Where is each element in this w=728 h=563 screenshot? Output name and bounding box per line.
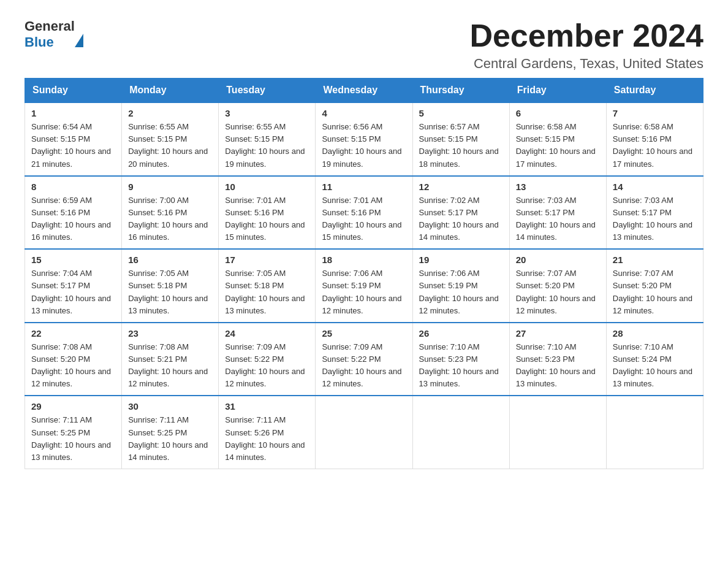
day-info: Sunrise: 6:55 AMSunset: 5:15 PMDaylight:… <box>225 121 309 170</box>
calendar-cell: 18Sunrise: 7:06 AMSunset: 5:19 PMDayligh… <box>316 249 412 323</box>
calendar-week-5: 29Sunrise: 7:11 AMSunset: 5:25 PMDayligh… <box>25 396 703 469</box>
calendar-cell: 7Sunrise: 6:58 AMSunset: 5:16 PMDaylight… <box>606 102 703 176</box>
day-number: 23 <box>128 328 212 339</box>
calendar-cell: 21Sunrise: 7:07 AMSunset: 5:20 PMDayligh… <box>606 249 703 323</box>
calendar-table: SundayMondayTuesdayWednesdayThursdayFrid… <box>25 78 703 469</box>
day-info: Sunrise: 6:54 AMSunset: 5:15 PMDaylight:… <box>31 121 115 170</box>
day-info: Sunrise: 7:04 AMSunset: 5:17 PMDaylight:… <box>31 267 115 317</box>
page-title: December 2024 <box>469 18 703 53</box>
day-info: Sunrise: 7:10 AMSunset: 5:24 PMDaylight:… <box>613 341 697 391</box>
calendar-cell: 2Sunrise: 6:55 AMSunset: 5:15 PMDaylight… <box>122 102 219 176</box>
day-number: 16 <box>128 255 212 265</box>
day-number: 17 <box>225 255 309 265</box>
day-number: 24 <box>225 328 309 339</box>
calendar-cell: 30Sunrise: 7:11 AMSunset: 5:25 PMDayligh… <box>122 396 219 469</box>
calendar-cell: 20Sunrise: 7:07 AMSunset: 5:20 PMDayligh… <box>509 249 606 323</box>
logo-triangle-icon <box>75 18 83 47</box>
calendar-cell: 17Sunrise: 7:05 AMSunset: 5:18 PMDayligh… <box>219 249 316 323</box>
page-subtitle: Central Gardens, Texas, United States <box>469 56 703 72</box>
day-number: 6 <box>516 108 600 118</box>
day-info: Sunrise: 7:08 AMSunset: 5:20 PMDaylight:… <box>31 341 115 391</box>
day-number: 2 <box>128 108 212 118</box>
calendar-cell <box>606 396 703 469</box>
day-number: 3 <box>225 108 309 118</box>
day-info: Sunrise: 7:00 AMSunset: 5:16 PMDaylight:… <box>128 194 212 244</box>
calendar-cell: 9Sunrise: 7:00 AMSunset: 5:16 PMDaylight… <box>122 176 219 250</box>
day-number: 27 <box>516 328 600 339</box>
day-info: Sunrise: 6:59 AMSunset: 5:16 PMDaylight:… <box>31 194 115 244</box>
day-number: 15 <box>31 255 115 265</box>
calendar-cell: 22Sunrise: 7:08 AMSunset: 5:20 PMDayligh… <box>25 323 122 396</box>
day-number: 21 <box>613 255 697 265</box>
calendar-cell: 3Sunrise: 6:55 AMSunset: 5:15 PMDaylight… <box>219 102 316 176</box>
day-number: 31 <box>225 401 309 412</box>
calendar-cell <box>412 396 509 469</box>
day-header-sunday: Sunday <box>25 79 122 103</box>
calendar-cell: 31Sunrise: 7:11 AMSunset: 5:26 PMDayligh… <box>219 396 316 469</box>
day-number: 20 <box>516 255 600 265</box>
day-info: Sunrise: 7:03 AMSunset: 5:17 PMDaylight:… <box>613 194 697 244</box>
day-info: Sunrise: 7:10 AMSunset: 5:23 PMDaylight:… <box>516 341 600 391</box>
calendar-cell: 15Sunrise: 7:04 AMSunset: 5:17 PMDayligh… <box>25 249 122 323</box>
day-header-thursday: Thursday <box>412 79 509 103</box>
day-info: Sunrise: 7:07 AMSunset: 5:20 PMDaylight:… <box>613 267 697 317</box>
logo-blue: Blue <box>25 34 54 50</box>
day-number: 7 <box>613 108 697 118</box>
day-info: Sunrise: 6:58 AMSunset: 5:15 PMDaylight:… <box>516 121 600 170</box>
day-info: Sunrise: 7:06 AMSunset: 5:19 PMDaylight:… <box>419 267 503 317</box>
day-info: Sunrise: 6:57 AMSunset: 5:15 PMDaylight:… <box>419 121 503 170</box>
logo-text: General Blue <box>25 18 83 50</box>
day-number: 14 <box>613 182 697 192</box>
day-number: 9 <box>128 182 212 192</box>
day-info: Sunrise: 7:01 AMSunset: 5:16 PMDaylight:… <box>225 194 309 244</box>
calendar-week-2: 8Sunrise: 6:59 AMSunset: 5:16 PMDaylight… <box>25 176 703 250</box>
calendar-cell: 12Sunrise: 7:02 AMSunset: 5:17 PMDayligh… <box>412 176 509 250</box>
calendar-cell: 4Sunrise: 6:56 AMSunset: 5:15 PMDaylight… <box>316 102 412 176</box>
day-number: 25 <box>322 328 406 339</box>
calendar-cell: 25Sunrise: 7:09 AMSunset: 5:22 PMDayligh… <box>316 323 412 396</box>
day-info: Sunrise: 6:58 AMSunset: 5:16 PMDaylight:… <box>613 121 697 170</box>
day-number: 26 <box>419 328 503 339</box>
calendar-cell: 29Sunrise: 7:11 AMSunset: 5:25 PMDayligh… <box>25 396 122 469</box>
day-number: 4 <box>322 108 406 118</box>
calendar-cell <box>316 396 412 469</box>
day-info: Sunrise: 7:01 AMSunset: 5:16 PMDaylight:… <box>322 194 406 244</box>
day-info: Sunrise: 7:05 AMSunset: 5:18 PMDaylight:… <box>128 267 212 317</box>
day-info: Sunrise: 7:11 AMSunset: 5:25 PMDaylight:… <box>31 414 115 464</box>
day-info: Sunrise: 6:55 AMSunset: 5:15 PMDaylight:… <box>128 121 212 170</box>
calendar-cell: 28Sunrise: 7:10 AMSunset: 5:24 PMDayligh… <box>606 323 703 396</box>
day-info: Sunrise: 7:09 AMSunset: 5:22 PMDaylight:… <box>225 341 309 391</box>
day-number: 13 <box>516 182 600 192</box>
day-number: 18 <box>322 255 406 265</box>
calendar-header: SundayMondayTuesdayWednesdayThursdayFrid… <box>25 79 703 103</box>
page-header: General Blue December 2024 Central Garde… <box>25 18 703 72</box>
day-info: Sunrise: 7:11 AMSunset: 5:26 PMDaylight:… <box>225 414 309 464</box>
title-block: December 2024 Central Gardens, Texas, Un… <box>469 18 703 72</box>
day-number: 5 <box>419 108 503 118</box>
day-info: Sunrise: 6:56 AMSunset: 5:15 PMDaylight:… <box>322 121 406 170</box>
day-info: Sunrise: 7:11 AMSunset: 5:25 PMDaylight:… <box>128 414 212 464</box>
day-header-friday: Friday <box>509 79 606 103</box>
days-of-week-row: SundayMondayTuesdayWednesdayThursdayFrid… <box>25 79 703 103</box>
day-info: Sunrise: 7:08 AMSunset: 5:21 PMDaylight:… <box>128 341 212 391</box>
day-number: 1 <box>31 108 115 118</box>
calendar-cell: 24Sunrise: 7:09 AMSunset: 5:22 PMDayligh… <box>219 323 316 396</box>
calendar-cell: 8Sunrise: 6:59 AMSunset: 5:16 PMDaylight… <box>25 176 122 250</box>
day-number: 10 <box>225 182 309 192</box>
day-info: Sunrise: 7:02 AMSunset: 5:17 PMDaylight:… <box>419 194 503 244</box>
day-info: Sunrise: 7:05 AMSunset: 5:18 PMDaylight:… <box>225 267 309 317</box>
calendar-body: 1Sunrise: 6:54 AMSunset: 5:15 PMDaylight… <box>25 102 703 469</box>
calendar-cell: 16Sunrise: 7:05 AMSunset: 5:18 PMDayligh… <box>122 249 219 323</box>
day-header-wednesday: Wednesday <box>316 79 412 103</box>
day-number: 12 <box>419 182 503 192</box>
calendar-cell: 27Sunrise: 7:10 AMSunset: 5:23 PMDayligh… <box>509 323 606 396</box>
calendar-week-1: 1Sunrise: 6:54 AMSunset: 5:15 PMDaylight… <box>25 102 703 176</box>
calendar-cell: 19Sunrise: 7:06 AMSunset: 5:19 PMDayligh… <box>412 249 509 323</box>
day-number: 19 <box>419 255 503 265</box>
day-info: Sunrise: 7:10 AMSunset: 5:23 PMDaylight:… <box>419 341 503 391</box>
calendar-cell: 10Sunrise: 7:01 AMSunset: 5:16 PMDayligh… <box>219 176 316 250</box>
day-header-tuesday: Tuesday <box>219 79 316 103</box>
calendar-week-4: 22Sunrise: 7:08 AMSunset: 5:20 PMDayligh… <box>25 323 703 396</box>
calendar-cell: 13Sunrise: 7:03 AMSunset: 5:17 PMDayligh… <box>509 176 606 250</box>
logo-general: General <box>25 18 75 34</box>
